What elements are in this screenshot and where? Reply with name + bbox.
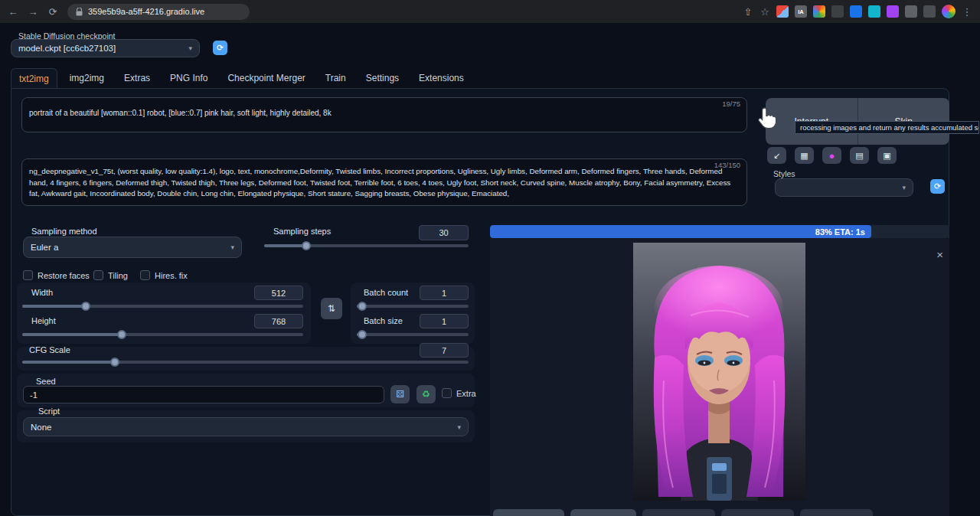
tab-img2img[interactable]: img2img: [62, 68, 112, 88]
random-seed-button[interactable]: ⚄: [390, 385, 410, 403]
sampling-steps-slider[interactable]: [264, 244, 469, 247]
cursor-pointer: [756, 106, 777, 133]
back-icon[interactable]: ←: [8, 6, 18, 18]
tab-train[interactable]: Train: [318, 68, 354, 88]
styles-refresh-button[interactable]: ⟳: [930, 179, 945, 194]
hires-fix-checkbox[interactable]: Hires. fix: [140, 270, 188, 280]
slider-fill: [264, 244, 306, 247]
swap-icon: ⇅: [328, 303, 335, 314]
apply-style-button[interactable]: ▤: [850, 147, 869, 164]
forward-icon[interactable]: →: [28, 6, 38, 18]
progress-text: 83% ETA: 1s: [815, 227, 865, 237]
slider-thumb[interactable]: [358, 330, 367, 339]
sampling-method-dropdown[interactable]: Euler a ▾: [23, 237, 242, 258]
script-dropdown[interactable]: None ▾: [23, 417, 469, 436]
cfg-scale-slider[interactable]: [22, 361, 469, 364]
sampling-method-value: Euler a: [31, 243, 58, 252]
negative-prompt-input[interactable]: ng_deepnegative_v1_75t, (worst quality, …: [21, 158, 747, 206]
sidebar-panel-icon[interactable]: [923, 5, 936, 18]
tiling-checkbox[interactable]: Tiling: [93, 270, 128, 280]
tab-txt2img[interactable]: txt2img: [11, 68, 57, 88]
slider-thumb[interactable]: [117, 330, 126, 339]
negative-prompt-box: ng_deepnegative_v1_75t, (worst quality, …: [21, 158, 747, 206]
batch-count-slider[interactable]: [357, 305, 469, 308]
seed-input[interactable]: [23, 386, 384, 403]
height-value[interactable]: 768: [254, 314, 303, 328]
styles-dropdown[interactable]: ▾: [775, 178, 913, 197]
sampling-method-label: Sampling method: [31, 227, 97, 236]
close-preview-icon[interactable]: ×: [936, 248, 943, 261]
width-slider[interactable]: [22, 305, 303, 308]
prompt-input[interactable]: portrait of a beautiful [woman::0.1] rob…: [21, 97, 747, 132]
ext-teal-icon[interactable]: [868, 5, 880, 18]
ext-purple-icon[interactable]: [887, 5, 899, 18]
prompt-token-counter: 19/75: [722, 100, 740, 108]
batch-size-value[interactable]: 1: [420, 314, 469, 328]
checkpoint-refresh-button[interactable]: ⟳: [213, 41, 227, 55]
ext-blue-icon[interactable]: [850, 5, 862, 18]
slider-thumb[interactable]: [302, 241, 311, 250]
address-bar[interactable]: 359e5b9a-a5ff-4216.gradio.live: [67, 4, 250, 20]
width-value[interactable]: 512: [254, 286, 303, 300]
tab-extras[interactable]: Extras: [116, 68, 158, 88]
extensions-puzzle-icon[interactable]: [905, 5, 917, 18]
progress-fill: 83% ETA: 1s: [490, 225, 871, 238]
extra-networks-button[interactable]: ●: [822, 147, 841, 164]
ext-monitor-icon[interactable]: [831, 5, 844, 18]
cfg-scale-value[interactable]: 7: [420, 343, 469, 358]
share-icon[interactable]: ⇧: [743, 6, 753, 18]
gallery-action-button[interactable]: [570, 509, 636, 516]
seed-label: Seed: [36, 377, 56, 386]
paste-icon: ↙: [773, 151, 780, 161]
browser-menu-icon[interactable]: ⋮: [962, 6, 972, 18]
slider-fill: [22, 333, 122, 336]
batch-count-label: Batch count: [364, 288, 408, 297]
reuse-seed-button[interactable]: ♻: [416, 385, 436, 403]
browser-toolbar: ← → ⟳ 359e5b9a-a5ff-4216.gradio.live ⇧ ☆…: [0, 0, 980, 23]
output-gallery: ×: [490, 238, 949, 516]
ext-ia-icon[interactable]: IA: [795, 5, 807, 18]
profile-avatar[interactable]: [942, 5, 956, 18]
script-value: None: [31, 423, 52, 432]
slider-thumb[interactable]: [110, 358, 119, 367]
progress-bar: 83% ETA: 1s: [490, 225, 949, 238]
gallery-action-button[interactable]: [642, 509, 715, 516]
sampling-steps-value[interactable]: 30: [419, 225, 469, 240]
slider-thumb[interactable]: [81, 302, 90, 311]
negative-token-counter: 143/150: [714, 161, 740, 169]
checkbox-label: Extra: [456, 389, 476, 398]
reload-icon[interactable]: ⟳: [47, 6, 58, 18]
width-label: Width: [31, 288, 53, 297]
recycle-icon: ♻: [422, 389, 430, 400]
gallery-action-button[interactable]: [800, 509, 873, 516]
gallery-action-button[interactable]: [721, 509, 794, 516]
slider-thumb[interactable]: [358, 302, 367, 311]
restore-faces-checkbox[interactable]: Restore faces: [23, 270, 90, 280]
script-label: Script: [38, 407, 60, 416]
chevron-down-icon: ▾: [188, 44, 192, 52]
extra-seed-checkbox[interactable]: Extra: [442, 388, 476, 398]
ext-colorful-icon[interactable]: [813, 5, 825, 18]
tab-checkpoint-merger[interactable]: Checkpoint Merger: [220, 68, 312, 88]
clear-prompt-button[interactable]: ▦: [795, 147, 814, 164]
checkpoint-dropdown[interactable]: model.ckpt [cc6cb27103] ▾: [11, 39, 200, 57]
gallery-action-button[interactable]: [493, 509, 564, 516]
checkbox-box[interactable]: [442, 388, 452, 398]
checkbox-box[interactable]: [23, 270, 33, 280]
palette-icon: ●: [829, 150, 835, 162]
tab-png-info[interactable]: PNG Info: [162, 68, 215, 88]
save-style-button[interactable]: ▣: [877, 147, 897, 164]
height-slider[interactable]: [22, 333, 303, 336]
bookmark-star-icon[interactable]: ☆: [760, 6, 770, 18]
generated-image[interactable]: [633, 243, 805, 501]
batch-count-value[interactable]: 1: [420, 286, 469, 300]
ext-redblue-icon[interactable]: [776, 5, 789, 18]
checkbox-box[interactable]: [140, 270, 150, 280]
tab-settings[interactable]: Settings: [358, 68, 407, 88]
paste-params-button[interactable]: ↙: [767, 147, 786, 164]
dice-icon: ⚄: [396, 389, 403, 400]
batch-size-slider[interactable]: [357, 333, 469, 336]
swap-dimensions-button[interactable]: ⇅: [321, 298, 342, 319]
checkbox-box[interactable]: [93, 270, 103, 280]
tab-extensions[interactable]: Extensions: [411, 68, 472, 88]
